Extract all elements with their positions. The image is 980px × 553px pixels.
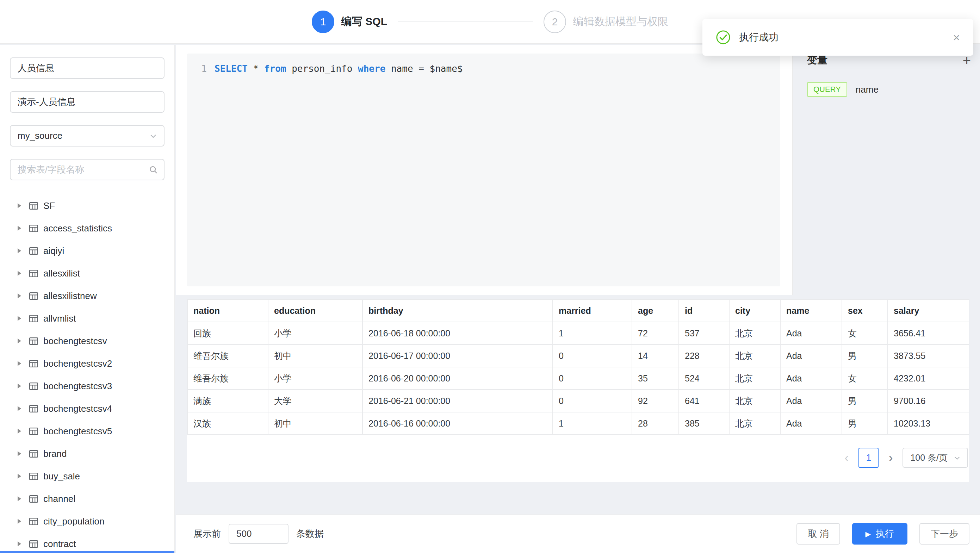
- tree-item-allesxilistnew[interactable]: allesxilistnew: [0, 284, 174, 307]
- cell-birthday: 2016-06-18 00:00:00: [363, 322, 553, 345]
- tree-item-contract[interactable]: contract: [0, 532, 174, 553]
- header-row: nationeducationbirthdaymarriedageidcityn…: [188, 299, 969, 322]
- pagination-page-1[interactable]: 1: [859, 448, 878, 468]
- tree-item-bochengtestcsv[interactable]: bochengtestcsv: [0, 330, 174, 352]
- step-1[interactable]: 1 编写 SQL: [312, 11, 387, 33]
- scrollbar-thumb[interactable]: [0, 551, 174, 553]
- tree-item-allesxilist[interactable]: allesxilist: [0, 262, 174, 284]
- tree-item-SF[interactable]: SF: [0, 194, 174, 217]
- caret-right-icon[interactable]: [18, 248, 21, 253]
- row-limit-input[interactable]: [229, 524, 288, 544]
- cancel-button[interactable]: 取 消: [797, 523, 840, 545]
- table-row: 维吾尔族小学2016-06-20 00:00:00035524北京Ada女423…: [188, 367, 969, 389]
- cell-city: 北京: [729, 389, 780, 412]
- execute-button[interactable]: ▶ 执行: [852, 523, 907, 545]
- cell-married: 1: [553, 322, 632, 345]
- table-search: [10, 159, 164, 180]
- caret-right-icon[interactable]: [18, 384, 21, 389]
- datasource-select[interactable]: my_source: [10, 125, 164, 146]
- caret-right-icon[interactable]: [18, 406, 21, 411]
- page-size-select[interactable]: 100 条/页: [902, 448, 968, 468]
- cell-name: Ada: [780, 389, 842, 412]
- cell-salary: 3873.55: [888, 345, 969, 367]
- caret-right-icon[interactable]: [18, 203, 21, 208]
- pagination-prev[interactable]: ‹: [840, 451, 853, 464]
- table-search-input[interactable]: [10, 159, 164, 180]
- table-row: 汉族初中2016-06-16 00:00:00128385北京Ada男10203…: [188, 412, 969, 435]
- main-content: 1 SELECT * from person_info where name =…: [176, 45, 980, 553]
- cell-id: 524: [679, 367, 729, 389]
- tree-item-brand[interactable]: brand: [0, 442, 174, 465]
- cell-nation: 维吾尔族: [188, 345, 268, 367]
- caret-right-icon[interactable]: [18, 519, 21, 524]
- cell-married: 0: [553, 389, 632, 412]
- column-header-birthday: birthday: [363, 299, 553, 322]
- table-name: brand: [43, 448, 67, 459]
- caret-right-icon[interactable]: [18, 474, 21, 479]
- code-line: 1 SELECT * from person_info where name =…: [187, 61, 780, 76]
- column-header-name: name: [780, 299, 842, 322]
- caret-right-icon[interactable]: [18, 361, 21, 366]
- caret-right-icon[interactable]: [18, 451, 21, 456]
- tree-item-bochengtestcsv3[interactable]: bochengtestcsv3: [0, 375, 174, 397]
- tree-item-city_population[interactable]: city_population: [0, 510, 174, 532]
- next-step-button[interactable]: 下一步: [920, 523, 969, 545]
- cell-salary: 9700.16: [888, 389, 969, 412]
- cell-married: 1: [553, 412, 632, 435]
- sql-keyword: from: [264, 64, 286, 74]
- caret-right-icon[interactable]: [18, 338, 21, 343]
- tree-item-bochengtestcsv2[interactable]: bochengtestcsv2: [0, 352, 174, 375]
- table-icon: [29, 359, 38, 369]
- tree-item-access_statistics[interactable]: access_statistics: [0, 217, 174, 240]
- step-1-circle: 1: [312, 11, 334, 33]
- success-toast: 执行成功 ×: [702, 19, 973, 56]
- cell-sex: 男: [842, 412, 888, 435]
- caret-right-icon[interactable]: [18, 541, 21, 546]
- caret-right-icon[interactable]: [18, 226, 21, 231]
- sql-editor[interactable]: 1 SELECT * from person_info where name =…: [187, 54, 780, 286]
- tree-item-bochengtestcsv5[interactable]: bochengtestcsv5: [0, 420, 174, 442]
- column-header-sex: sex: [842, 299, 888, 322]
- table-icon: [29, 494, 38, 504]
- table-name: city_population: [43, 516, 104, 527]
- cell-sex: 女: [842, 367, 888, 389]
- cell-sex: 男: [842, 389, 888, 412]
- tree-item-bochengtestcsv4[interactable]: bochengtestcsv4: [0, 397, 174, 420]
- cell-city: 北京: [729, 345, 780, 367]
- tree-item-allvmlist[interactable]: allvmlist: [0, 307, 174, 330]
- pagination: ‹ 1 › 100 条/页: [187, 435, 969, 482]
- cell-sex: 男: [842, 345, 888, 367]
- table-row: 回族小学2016-06-18 00:00:00172537北京Ada女3656.…: [188, 322, 969, 345]
- table-row: 维吾尔族初中2016-06-17 00:00:00014228北京Ada男387…: [188, 345, 969, 367]
- tree-item-buy_sale[interactable]: buy_sale: [0, 465, 174, 488]
- cell-married: 0: [553, 345, 632, 367]
- column-header-age: age: [632, 299, 679, 322]
- cell-education: 小学: [268, 367, 363, 389]
- model-display-name-input[interactable]: [10, 91, 164, 113]
- caret-right-icon[interactable]: [18, 496, 21, 501]
- cell-age: 35: [632, 367, 679, 389]
- table-icon: [29, 404, 38, 413]
- column-header-city: city: [729, 299, 780, 322]
- tree-item-aiqiyi[interactable]: aiqiyi: [0, 240, 174, 262]
- sql-code: SELECT * from person_info where name = $…: [215, 61, 463, 76]
- caret-right-icon[interactable]: [18, 429, 21, 434]
- stepper: 1 编写 SQL 2 编辑数据模型与权限: [312, 11, 668, 33]
- table-icon: [29, 539, 38, 549]
- close-icon[interactable]: ×: [953, 31, 960, 43]
- step-2[interactable]: 2 编辑数据模型与权限: [544, 11, 668, 33]
- sql-text: person_info: [286, 64, 358, 74]
- search-icon: [149, 165, 158, 174]
- pagination-next[interactable]: ›: [884, 451, 897, 464]
- table-name: channel: [43, 493, 75, 504]
- cell-nation: 汉族: [188, 412, 268, 435]
- cell-id: 228: [679, 345, 729, 367]
- tree-item-channel[interactable]: channel: [0, 488, 174, 510]
- caret-right-icon[interactable]: [18, 271, 21, 276]
- caret-right-icon[interactable]: [18, 316, 21, 321]
- table-name: contract: [43, 539, 76, 550]
- model-name-input[interactable]: [10, 57, 164, 79]
- caret-right-icon[interactable]: [18, 293, 21, 298]
- table-name: bochengtestcsv4: [43, 403, 112, 414]
- cell-name: Ada: [780, 367, 842, 389]
